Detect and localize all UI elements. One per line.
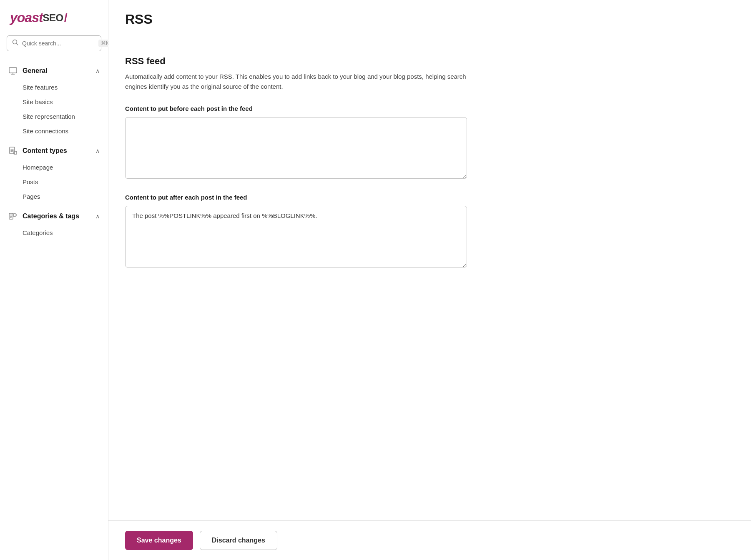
nav-section-general: General ∧ Site features Site basics Site… xyxy=(0,61,108,141)
general-chevron-icon: ∧ xyxy=(95,68,100,74)
nav-section-general-left: General xyxy=(8,66,48,75)
nav-items-categories-tags: Categories xyxy=(0,226,108,243)
page-title: RSS xyxy=(125,12,734,27)
after-post-field-group: Content to put after each post in the fe… xyxy=(125,194,734,269)
sidebar-item-categories[interactable]: Categories xyxy=(23,226,108,240)
svg-rect-2 xyxy=(9,68,17,73)
document-icon xyxy=(8,146,18,155)
categories-tags-chevron-icon: ∧ xyxy=(95,213,100,220)
page-header: RSS xyxy=(108,0,751,39)
nav-section-categories-tags-label: Categories & tags xyxy=(23,212,79,220)
logo: yoast SEO / xyxy=(10,10,98,25)
sidebar-item-posts[interactable]: Posts xyxy=(23,175,108,189)
search-box[interactable]: ⌘K xyxy=(7,35,101,51)
before-post-textarea[interactable] xyxy=(125,117,467,179)
logo-seo-text: SEO xyxy=(43,12,63,24)
rss-feed-description: Automatically add content to your RSS. T… xyxy=(125,72,467,92)
sidebar-item-site-features[interactable]: Site features xyxy=(23,80,108,94)
sidebar-item-homepage[interactable]: Homepage xyxy=(23,160,108,174)
nav-section-content-types-left: Content types xyxy=(8,146,67,155)
sidebar: yoast SEO / ⌘K G xyxy=(0,0,108,560)
search-icon xyxy=(12,39,19,48)
nav-section-general-label: General xyxy=(23,67,48,75)
footer-bar: Save changes Discard changes xyxy=(108,520,751,560)
discard-changes-button[interactable]: Discard changes xyxy=(200,531,277,550)
rss-feed-title: RSS feed xyxy=(125,56,734,67)
save-changes-button[interactable]: Save changes xyxy=(125,531,193,550)
nav-section-categories-tags-left: Categories & tags xyxy=(8,212,79,221)
logo-area: yoast SEO / xyxy=(0,10,108,35)
svg-line-1 xyxy=(17,44,18,45)
logo-yoast-text: yoast xyxy=(10,10,43,25)
nav-section-content-types-header[interactable]: Content types ∧ xyxy=(0,141,108,160)
rss-feed-section: RSS feed Automatically add content to yo… xyxy=(125,56,734,269)
nav-section-content-types: Content types ∧ Homepage Posts Pages xyxy=(0,141,108,207)
nav-items-content-types: Homepage Posts Pages xyxy=(0,160,108,207)
after-post-label: Content to put after each post in the fe… xyxy=(125,194,734,201)
sidebar-item-pages[interactable]: Pages xyxy=(23,190,108,203)
nav-section-general-header[interactable]: General ∧ xyxy=(0,61,108,80)
sidebar-item-site-connections[interactable]: Site connections xyxy=(23,124,108,138)
sidebar-item-site-representation[interactable]: Site representation xyxy=(23,110,108,123)
logo-slash-text: / xyxy=(64,11,68,25)
content-types-chevron-icon: ∧ xyxy=(95,148,100,154)
content-area: RSS feed Automatically add content to yo… xyxy=(108,39,751,520)
nav-section-categories-tags-header[interactable]: Categories & tags ∧ xyxy=(0,207,108,226)
tag-icon xyxy=(8,212,18,221)
nav-section-content-types-label: Content types xyxy=(23,147,67,155)
search-input[interactable] xyxy=(22,40,95,47)
nav-section-categories-tags: Categories & tags ∧ Categories xyxy=(0,207,108,243)
sidebar-item-site-basics[interactable]: Site basics xyxy=(23,95,108,109)
nav-items-general: Site features Site basics Site represent… xyxy=(0,80,108,141)
before-post-field-group: Content to put before each post in the f… xyxy=(125,105,734,180)
main-content: RSS RSS feed Automatically add content t… xyxy=(108,0,751,560)
before-post-label: Content to put before each post in the f… xyxy=(125,105,734,112)
monitor-icon xyxy=(8,66,18,75)
after-post-textarea[interactable] xyxy=(125,206,467,268)
